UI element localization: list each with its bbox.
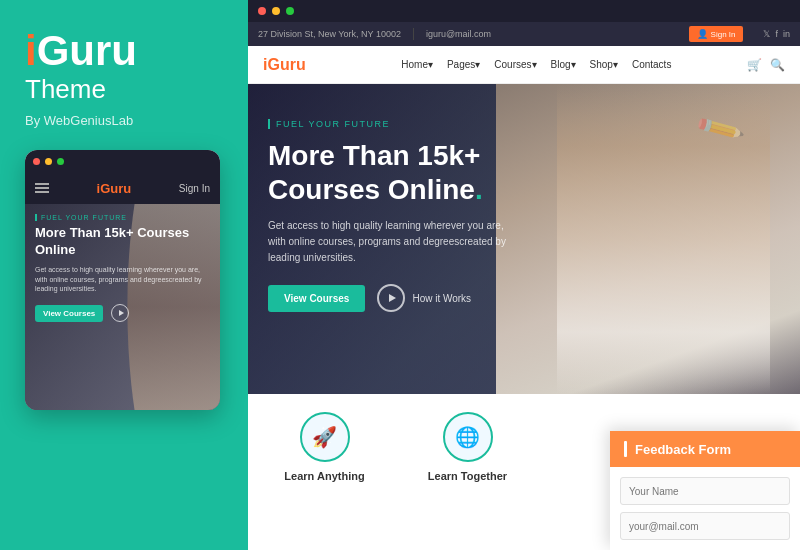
learn-together-label: Learn Together	[428, 470, 507, 482]
nav-link-contacts[interactable]: Contacts	[632, 59, 671, 70]
nav-link-courses[interactable]: Courses▾	[494, 59, 536, 70]
view-courses-btn[interactable]: View Courses	[268, 285, 365, 312]
signin-btn[interactable]: 👤 Sign In	[689, 26, 744, 42]
nav-links: Home▾ Pages▾ Courses▾ Blog▾ Shop▾ Contac…	[326, 59, 747, 70]
mobile-brand: iGuru	[97, 181, 132, 196]
left-panel: iGuru Theme By WebGeniusLab iGuru Sign I…	[0, 0, 250, 550]
mobile-view-courses-btn[interactable]: View Courses	[35, 305, 103, 322]
social-icon-in[interactable]: in	[783, 29, 790, 39]
learn-anything-label: Learn Anything	[284, 470, 364, 482]
desktop-dot-yellow	[272, 7, 280, 15]
how-it-works-label: How it Works	[412, 293, 471, 304]
hero-section: ✏️ FUEL YOUR FUTURE More Than 15k+ Cours…	[248, 84, 800, 394]
mobile-hero: FUEL YOUR FUTURE More Than 15k+ Courses …	[25, 204, 220, 410]
mobile-dot-yellow	[45, 158, 52, 165]
desktop-nav: iGuru Home▾ Pages▾ Courses▾ Blog▾ Shop▾ …	[248, 46, 800, 84]
feedback-header: Feedback Form	[610, 431, 800, 467]
feedback-email-input[interactable]	[620, 512, 790, 540]
section-item-learn-together: 🌐 Learn Together	[411, 412, 524, 482]
brand-by: By WebGeniusLab	[25, 113, 225, 128]
title-dot: .	[475, 174, 483, 205]
mobile-hero-content: FUEL YOUR FUTURE More Than 15k+ Courses …	[25, 204, 220, 410]
social-icon-twitter[interactable]: 𝕏	[763, 29, 770, 39]
mobile-play-btn[interactable]	[111, 304, 129, 322]
email-text: iguru@mail.com	[426, 29, 491, 39]
play-circle-icon	[377, 284, 405, 312]
feedback-title: Feedback Form	[635, 442, 731, 457]
desktop-dot-green	[286, 7, 294, 15]
brand-i: i	[25, 27, 37, 74]
nav-link-shop[interactable]: Shop▾	[590, 59, 618, 70]
mobile-hero-desc: Get access to high quality learning wher…	[35, 265, 210, 294]
mobile-fuel-label: FUEL YOUR FUTURE	[35, 214, 210, 221]
hero-title-line1: More Than 15k+	[268, 140, 480, 171]
desktop-addrbar: 27 Division St, New York, NY 10002 iguru…	[248, 22, 800, 46]
hero-desc: Get access to high quality learning wher…	[268, 218, 518, 266]
rocket-icon: 🚀	[300, 412, 350, 462]
desktop-nav-brand: iGuru	[263, 56, 306, 74]
mobile-topbar	[25, 150, 220, 172]
play-btn[interactable]: How it Works	[377, 284, 471, 312]
signin-label: Sign In	[711, 30, 736, 39]
feedback-bar-decor	[624, 441, 627, 457]
feedback-panel: Feedback Form	[610, 431, 800, 550]
brand-guru: Guru	[37, 27, 137, 74]
mobile-dot-red	[33, 158, 40, 165]
nav-actions: 🛒 🔍	[747, 58, 785, 72]
address-text: 27 Division St, New York, NY 10002	[258, 29, 401, 39]
nav-link-pages[interactable]: Pages▾	[447, 59, 480, 70]
hero-title: More Than 15k+ Courses Online.	[268, 139, 528, 206]
mobile-hero-title: More Than 15k+ Courses Online	[35, 225, 210, 259]
feedback-body	[610, 467, 800, 550]
globe-icon: 🌐	[443, 412, 493, 462]
brand-subtitle: Theme	[25, 74, 225, 105]
nav-link-blog[interactable]: Blog▾	[551, 59, 576, 70]
mobile-brand-guru: Guru	[100, 181, 131, 196]
desktop-dot-red	[258, 7, 266, 15]
addr-divider	[413, 28, 414, 40]
nav-brand-guru: Guru	[267, 56, 305, 73]
brand-name: iGuru	[25, 30, 225, 72]
mobile-dot-green	[57, 158, 64, 165]
desktop-mockup: 27 Division St, New York, NY 10002 iguru…	[248, 0, 800, 550]
hero-buttons: View Courses How it Works	[268, 284, 780, 312]
nav-link-home[interactable]: Home▾	[401, 59, 433, 70]
user-icon: 👤	[697, 29, 708, 39]
mobile-signin[interactable]: Sign In	[179, 183, 210, 194]
hero-title-line2: Courses Online.	[268, 174, 483, 205]
feedback-name-input[interactable]	[620, 477, 790, 505]
desktop-topbar	[248, 0, 800, 22]
mobile-mockup: iGuru Sign In FUEL YOUR FUTURE More Than…	[25, 150, 220, 410]
hamburger-icon[interactable]	[35, 183, 49, 193]
mobile-btn-row: View Courses	[35, 304, 210, 322]
cart-icon[interactable]: 🛒	[747, 58, 762, 72]
section-item-learn-anything: 🚀 Learn Anything	[268, 412, 381, 482]
mobile-nav: iGuru Sign In	[25, 172, 220, 204]
social-icon-fb[interactable]: f	[775, 29, 778, 39]
search-icon[interactable]: 🔍	[770, 58, 785, 72]
